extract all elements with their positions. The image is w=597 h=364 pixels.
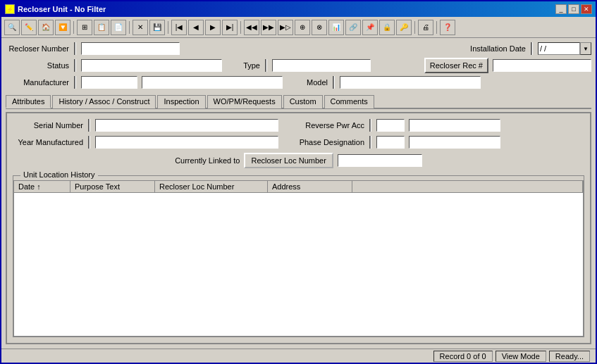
col-header-address[interactable]: Address bbox=[268, 181, 352, 192]
recloser-loc-number-input[interactable] bbox=[338, 154, 422, 167]
ready-status: Ready... bbox=[549, 351, 590, 362]
year-manufactured-input[interactable] bbox=[95, 136, 278, 149]
toolbar-btn-last[interactable]: ▶| bbox=[222, 20, 238, 35]
sep-5 bbox=[74, 76, 76, 89]
toolbar-btn-1[interactable]: 🔍 bbox=[4, 20, 20, 35]
toolbar-sep-1 bbox=[73, 21, 74, 34]
reverse-pwr-acc-input1[interactable] bbox=[376, 119, 405, 132]
type-input[interactable] bbox=[272, 59, 371, 72]
toolbar-btn-nav6[interactable]: 📊 bbox=[328, 20, 344, 35]
toolbar: 🔍 ✏️ 🏠 🔽 ⊞ 📋 📄 ✕ 💾 |◀ ◀ ▶ ▶| ◀◀ ▶▶ ▶▷ ⊕ … bbox=[1, 17, 596, 38]
installation-date-label: Installation Date bbox=[448, 44, 526, 53]
toolbar-btn-next[interactable]: ▶ bbox=[205, 20, 221, 35]
linked-row: Currently Linked to Recloser Loc Number bbox=[13, 153, 584, 168]
status-input[interactable] bbox=[81, 59, 222, 72]
manufacturer-input1[interactable] bbox=[81, 76, 137, 89]
tab-history[interactable]: History / Assoc / Construct bbox=[52, 95, 156, 108]
installation-date-field: ▼ bbox=[538, 42, 591, 55]
tab-inspection[interactable]: Inspection bbox=[157, 95, 205, 108]
model-input[interactable] bbox=[340, 76, 481, 89]
status-row: Status Type Recloser Rec # bbox=[6, 58, 591, 73]
date-dropdown-arrow[interactable]: ▼ bbox=[580, 42, 591, 55]
toolbar-btn-nav10[interactable]: 🔑 bbox=[396, 20, 412, 35]
manufacturer-label: Manufacturer bbox=[6, 78, 69, 87]
toolbar-btn-prev[interactable]: ◀ bbox=[188, 20, 204, 35]
manufacturer-row: Manufacturer Model bbox=[6, 76, 591, 89]
recloser-rec-button[interactable]: Recloser Rec # bbox=[424, 58, 488, 73]
toolbar-btn-filter[interactable]: 🔽 bbox=[55, 20, 70, 35]
toolbar-btn-5[interactable]: 📋 bbox=[94, 20, 109, 35]
col-header-rest bbox=[352, 181, 583, 192]
status-label: Status bbox=[6, 61, 69, 70]
window-title: Recloser Unit - No Filter bbox=[18, 5, 106, 13]
toolbar-btn-6[interactable]: 📄 bbox=[111, 20, 126, 35]
toolbar-btn-print[interactable]: 🖨 bbox=[418, 20, 433, 35]
table-header: Date ↑ Purpose Text Recloser Loc Number … bbox=[13, 180, 584, 193]
phase-designation-input2[interactable] bbox=[409, 136, 500, 149]
type-label: Type bbox=[232, 61, 260, 70]
col-header-purpose-text[interactable]: Purpose Text bbox=[70, 181, 155, 192]
toolbar-btn-nav2[interactable]: ▶▶ bbox=[261, 20, 276, 35]
recloser-loc-number-button[interactable]: Recloser Loc Number bbox=[244, 153, 333, 168]
toolbar-sep-4 bbox=[240, 21, 241, 34]
tab-wd-pm[interactable]: WO/PM/Requests bbox=[207, 95, 282, 108]
toolbar-btn-first[interactable]: |◀ bbox=[171, 20, 187, 35]
col-header-recloser-loc[interactable]: Recloser Loc Number bbox=[155, 181, 268, 192]
toolbar-btn-nav7[interactable]: 🔗 bbox=[345, 20, 361, 35]
serial-number-row: Serial Number Reverse Pwr Acc bbox=[13, 119, 584, 132]
toolbar-btn-4[interactable]: ⊞ bbox=[77, 20, 92, 35]
toolbar-sep-5 bbox=[414, 21, 415, 34]
toolbar-btn-save[interactable]: 💾 bbox=[149, 20, 165, 35]
maximize-button[interactable]: □ bbox=[568, 4, 579, 14]
tab-attributes[interactable]: Attributes bbox=[6, 95, 51, 108]
toolbar-btn-nav3[interactable]: ▶▷ bbox=[278, 20, 293, 35]
installation-date-input[interactable] bbox=[538, 42, 580, 55]
sep-2 bbox=[531, 42, 533, 55]
main-content: Recloser Number Installation Date ▼ Stat… bbox=[1, 38, 596, 349]
unit-location-history-label: Unit Location History bbox=[20, 170, 98, 179]
title-bar: ⚡ Recloser Unit - No Filter _ □ ✕ bbox=[1, 1, 596, 17]
toolbar-btn-3[interactable]: 🏠 bbox=[38, 20, 54, 35]
tabs: Attributes History / Assoc / Construct I… bbox=[6, 94, 591, 109]
tab-content-attributes: Serial Number Reverse Pwr Acc Year Manuf… bbox=[6, 112, 591, 344]
close-button[interactable]: ✕ bbox=[581, 4, 592, 14]
recloser-number-label: Recloser Number bbox=[6, 44, 69, 53]
tab-comments[interactable]: Comments bbox=[324, 95, 374, 108]
serial-number-input[interactable] bbox=[95, 119, 278, 132]
reverse-pwr-acc-input2[interactable] bbox=[409, 119, 500, 132]
table-body bbox=[13, 193, 584, 337]
model-label: Model bbox=[293, 78, 328, 87]
toolbar-btn-nav4[interactable]: ⊕ bbox=[295, 20, 310, 35]
toolbar-btn-nav5[interactable]: ⊗ bbox=[312, 20, 327, 35]
main-window: ⚡ Recloser Unit - No Filter _ □ ✕ 🔍 ✏️ 🏠… bbox=[0, 0, 597, 364]
reverse-pwr-acc-label: Reverse Pwr Acc bbox=[294, 121, 364, 130]
manufacturer-input2[interactable] bbox=[142, 76, 283, 89]
recloser-number-input[interactable] bbox=[81, 42, 180, 55]
phase-designation-label: Phase Designation bbox=[294, 138, 364, 146]
col-header-date[interactable]: Date ↑ bbox=[14, 181, 70, 192]
toolbar-sep-3 bbox=[168, 21, 168, 34]
sep-3 bbox=[74, 59, 76, 72]
toolbar-btn-delete[interactable]: ✕ bbox=[133, 20, 148, 35]
sep-6 bbox=[333, 76, 335, 89]
record-status: Record 0 of 0 bbox=[433, 351, 493, 362]
currently-linked-label: Currently Linked to bbox=[175, 156, 240, 165]
toolbar-btn-2[interactable]: ✏️ bbox=[21, 20, 37, 35]
toolbar-btn-nav9[interactable]: 🔒 bbox=[379, 20, 395, 35]
view-mode-status: View Mode bbox=[496, 351, 546, 362]
recloser-rec-input[interactable] bbox=[493, 59, 591, 72]
sep-1 bbox=[74, 42, 76, 55]
year-manufactured-row: Year Manufactured Phase Designation bbox=[13, 136, 584, 149]
sep-9 bbox=[88, 136, 90, 149]
minimize-button[interactable]: _ bbox=[555, 4, 567, 14]
toolbar-btn-nav8[interactable]: 📌 bbox=[362, 20, 378, 35]
recloser-number-row: Recloser Number Installation Date ▼ bbox=[6, 42, 591, 55]
toolbar-sep-2 bbox=[129, 21, 130, 34]
tab-custom[interactable]: Custom bbox=[283, 95, 323, 108]
sep-8 bbox=[369, 119, 371, 132]
serial-number-label: Serial Number bbox=[13, 121, 83, 130]
toolbar-btn-help[interactable]: ❓ bbox=[440, 20, 455, 35]
sep-10 bbox=[369, 136, 371, 149]
phase-designation-input1[interactable] bbox=[376, 136, 405, 149]
toolbar-btn-nav1[interactable]: ◀◀ bbox=[244, 20, 259, 35]
